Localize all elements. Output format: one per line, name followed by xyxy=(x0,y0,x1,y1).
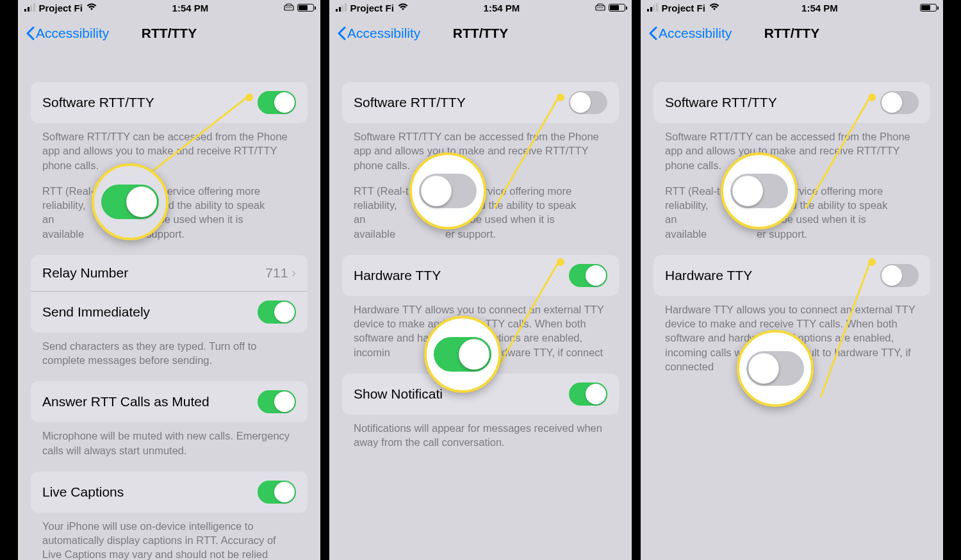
software-rtt-toggle[interactable] xyxy=(880,91,919,114)
callout-anchor-dot-1 xyxy=(557,94,564,101)
signal-icon xyxy=(647,4,658,12)
magnified-toggle-off xyxy=(746,351,804,386)
software-rtt-row[interactable]: Software RTT/TTY xyxy=(31,82,308,123)
live-captions-toggle[interactable] xyxy=(258,481,296,504)
show-notifications-description: Notifications will appear for messages r… xyxy=(329,415,632,464)
hardware-tty-label: Hardware TTY xyxy=(665,268,752,283)
software-rtt-group: Software RTT/TTY xyxy=(31,82,308,123)
software-rtt-description: Software RTT/TTY can be accessed from th… xyxy=(18,123,320,255)
software-rtt-group: Software RTT/TTY xyxy=(342,82,619,123)
nav-bar: Accessibility RTT/TTY xyxy=(18,14,320,53)
answer-label: Answer RTT Calls as Muted xyxy=(42,394,209,409)
back-label: Accessibility xyxy=(659,26,732,41)
captions-label: Live Captions xyxy=(42,484,124,500)
callout-magnifier-hardware xyxy=(737,330,814,407)
clock: 1:54 PM xyxy=(172,3,209,13)
relay-number-row[interactable]: Relay Number 711› xyxy=(31,255,308,291)
hardware-tty-toggle[interactable] xyxy=(569,264,607,287)
phone-screen-2: Project Fi 1:54 PM Accessibility RTT/TTY… xyxy=(329,0,632,560)
software-rtt-group: Software RTT/TTY xyxy=(653,82,930,123)
send-immediately-toggle[interactable] xyxy=(258,301,296,324)
software-rtt-label: Software RTT/TTY xyxy=(665,95,777,110)
carrier-label: Project Fi xyxy=(39,3,83,13)
battery-icon xyxy=(920,4,937,12)
hardware-tty-label: Hardware TTY xyxy=(354,268,441,283)
software-rtt-row[interactable]: Software RTT/TTY xyxy=(342,82,619,123)
hardware-tty-toggle[interactable] xyxy=(880,264,919,287)
software-rtt-toggle[interactable] xyxy=(258,91,296,114)
svg-point-6 xyxy=(597,7,598,8)
answer-description: Microphone will be muted with new calls.… xyxy=(18,422,320,472)
relay-value: 711 xyxy=(265,265,288,281)
signal-icon xyxy=(24,4,35,12)
svg-point-8 xyxy=(600,7,602,8)
chevron-right-icon: › xyxy=(292,265,296,280)
hardware-tty-group: Hardware TTY xyxy=(342,255,619,296)
nav-bar: Accessibility RTT/TTY xyxy=(641,14,943,53)
signal-icon xyxy=(336,4,347,12)
callout-magnifier-software xyxy=(721,152,798,229)
answer-muted-row[interactable]: Answer RTT Calls as Muted xyxy=(31,381,308,422)
show-notifications-toggle[interactable] xyxy=(569,383,607,406)
callout-magnifier-software xyxy=(409,152,486,229)
hardware-tty-row[interactable]: Hardware TTY xyxy=(342,255,619,296)
phone-screen-3: Project Fi 1:54 PM Accessibility RTT/TTY… xyxy=(641,0,943,560)
svg-point-4 xyxy=(291,7,292,8)
magnified-toggle-on xyxy=(101,185,159,219)
battery-icon xyxy=(609,4,625,12)
send-description: Send characters as they are typed. Turn … xyxy=(18,333,320,382)
svg-point-3 xyxy=(289,7,290,8)
callout-anchor-dot-2 xyxy=(557,258,564,266)
software-rtt-label: Software RTT/TTY xyxy=(42,95,154,110)
callout-magnifier xyxy=(92,163,168,240)
software-rtt-row[interactable]: Software RTT/TTY xyxy=(653,82,930,123)
captions-group: Live Captions xyxy=(31,472,308,513)
send-immediately-row[interactable]: Send Immediately xyxy=(31,291,308,333)
svg-point-1 xyxy=(286,7,287,8)
carrier-label: Project Fi xyxy=(350,3,394,13)
magnified-toggle-on xyxy=(434,337,491,372)
callout-anchor-dot-1 xyxy=(868,94,876,101)
battery-icon xyxy=(297,4,314,12)
software-rtt-toggle[interactable] xyxy=(569,91,607,114)
back-button[interactable]: Accessibility xyxy=(337,26,420,41)
answer-group: Answer RTT Calls as Muted xyxy=(31,381,308,422)
svg-rect-5 xyxy=(596,6,605,10)
wifi-icon xyxy=(86,3,97,13)
captions-description: Your iPhone will use on-device intellige… xyxy=(18,513,320,560)
status-bar: Project Fi 1:54 PM xyxy=(329,0,632,14)
relay-group: Relay Number 711› Send Immediately xyxy=(31,255,308,333)
callout-anchor-dot xyxy=(245,94,253,101)
status-bar: Project Fi 1:54 PM xyxy=(641,0,943,14)
phone-screen-1: Project Fi 1:54 PM Accessibility RTT/TTY… xyxy=(18,0,320,560)
svg-rect-0 xyxy=(284,6,293,10)
magnified-toggle-off xyxy=(419,174,477,208)
wifi-icon xyxy=(709,3,719,13)
hardware-tty-group: Hardware TTY xyxy=(653,255,930,296)
back-label: Accessibility xyxy=(347,26,420,41)
software-rtt-label: Software RTT/TTY xyxy=(354,95,466,110)
tty-status-icon xyxy=(595,3,605,13)
nav-bar: Accessibility RTT/TTY xyxy=(329,14,632,53)
back-button[interactable]: Accessibility xyxy=(26,26,109,41)
back-button[interactable]: Accessibility xyxy=(648,26,732,41)
send-label: Send Immediately xyxy=(42,304,150,320)
callout-magnifier-hardware xyxy=(424,316,501,393)
answer-muted-toggle[interactable] xyxy=(258,390,296,413)
live-captions-row[interactable]: Live Captions xyxy=(31,472,308,513)
chevron-left-icon xyxy=(648,26,657,40)
wifi-icon xyxy=(398,3,408,13)
show-notifications-label: Show Notificati xyxy=(354,386,443,402)
svg-point-7 xyxy=(599,7,600,8)
svg-point-9 xyxy=(602,7,604,8)
callout-anchor-dot-2 xyxy=(868,258,876,266)
magnified-toggle-off xyxy=(730,174,788,208)
status-bar: Project Fi 1:54 PM xyxy=(18,0,320,14)
chevron-left-icon xyxy=(337,26,346,40)
svg-point-2 xyxy=(288,7,289,8)
chevron-left-icon xyxy=(26,26,35,40)
tty-status-icon xyxy=(284,3,294,13)
hardware-tty-row[interactable]: Hardware TTY xyxy=(653,255,930,296)
relay-label: Relay Number xyxy=(42,265,128,281)
carrier-label: Project Fi xyxy=(662,3,705,13)
